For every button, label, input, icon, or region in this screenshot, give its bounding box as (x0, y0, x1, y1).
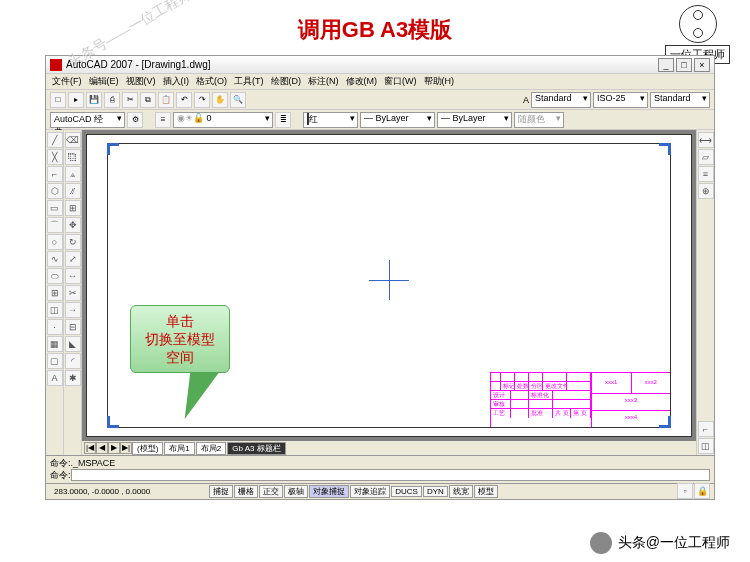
drawing-canvas[interactable]: 标记处数分区更改文件号 设计标准化 审核 工艺批准共 页第 页 xxx1xxx2… (86, 134, 692, 437)
line-icon[interactable]: ╱ (47, 132, 63, 148)
pan-icon[interactable]: ✋ (212, 92, 228, 108)
view-icon[interactable]: ◫ (698, 438, 714, 454)
menu-window[interactable]: 窗口(W) (382, 75, 419, 88)
menu-dimension[interactable]: 标注(N) (306, 75, 341, 88)
tab-last-icon[interactable]: ▶| (120, 442, 132, 454)
command-area: 命令: ._MSPACE 命令: (46, 455, 714, 483)
spline-icon[interactable]: ∿ (47, 251, 63, 267)
menu-draw[interactable]: 绘图(D) (269, 75, 304, 88)
layout2-tab[interactable]: 布局2 (196, 442, 226, 455)
copy-obj-icon[interactable]: ⿻ (65, 149, 81, 165)
mirror-icon[interactable]: ⟁ (65, 166, 81, 182)
tab-prev-icon[interactable]: ◀ (96, 442, 108, 454)
model-tab[interactable]: (模型) (132, 442, 163, 455)
dimstyle-dropdown[interactable]: ISO-25 (593, 92, 648, 108)
workspace-dropdown[interactable]: AutoCAD 经典 (50, 112, 125, 128)
explode-icon[interactable]: ✱ (65, 370, 81, 386)
status-tool-icon[interactable]: ▫ (677, 483, 693, 499)
sheet-tabs-bar: |◀ ◀ ▶ ▶| (模型) 布局1 布局2 Gb A3 标题栏 (82, 441, 696, 455)
text-icon[interactable]: A (47, 370, 63, 386)
new-icon[interactable]: □ (50, 92, 66, 108)
plotstyle-dropdown[interactable]: 随颜色 (514, 112, 564, 128)
menu-view[interactable]: 视图(V) (124, 75, 158, 88)
distance-icon[interactable]: ⟷ (698, 132, 714, 148)
xline-icon[interactable]: ╳ (47, 149, 63, 165)
menu-insert[interactable]: 插入(I) (161, 75, 192, 88)
region-icon[interactable]: ▢ (47, 353, 63, 369)
point-icon[interactable]: · (47, 319, 63, 335)
menu-modify[interactable]: 修改(M) (344, 75, 380, 88)
stretch-icon[interactable]: ↔ (65, 268, 81, 284)
redo-icon[interactable]: ↷ (194, 92, 210, 108)
layer-props-icon[interactable]: ≡ (155, 112, 171, 128)
ducs-toggle[interactable]: DUCS (391, 486, 422, 497)
array-icon[interactable]: ⊞ (65, 200, 81, 216)
dyn-toggle[interactable]: DYN (423, 486, 448, 497)
lwt-toggle[interactable]: 线宽 (449, 485, 473, 498)
hatch-icon[interactable]: ▦ (47, 336, 63, 352)
linetype-dropdown[interactable]: — ByLayer (360, 112, 435, 128)
close-button[interactable]: × (694, 58, 710, 72)
command-input[interactable] (71, 469, 710, 481)
extend-icon[interactable]: → (65, 302, 81, 318)
maximize-button[interactable]: □ (676, 58, 692, 72)
area-icon[interactable]: ▱ (698, 149, 714, 165)
polyline-icon[interactable]: ⌐ (47, 166, 63, 182)
tablestyle-dropdown[interactable]: Standard (650, 92, 710, 108)
copy-icon[interactable]: ⧉ (140, 92, 156, 108)
open-icon[interactable]: ▸ (68, 92, 84, 108)
color-dropdown[interactable]: 红 (303, 112, 358, 128)
menu-edit[interactable]: 编辑(E) (87, 75, 121, 88)
move-icon[interactable]: ✥ (65, 217, 81, 233)
cut-icon[interactable]: ✂ (122, 92, 138, 108)
trim-icon[interactable]: ✂ (65, 285, 81, 301)
chamfer-icon[interactable]: ◣ (65, 336, 81, 352)
ellipse-icon[interactable]: ⬭ (47, 268, 63, 284)
zoom-icon[interactable]: 🔍 (230, 92, 246, 108)
break-icon[interactable]: ⊟ (65, 319, 81, 335)
save-icon[interactable]: 💾 (86, 92, 102, 108)
polygon-icon[interactable]: ⬡ (47, 183, 63, 199)
layer-dropdown[interactable]: ◉☀🔓 0 (173, 112, 273, 128)
scale-icon[interactable]: ⤢ (65, 251, 81, 267)
list-icon[interactable]: ≡ (698, 166, 714, 182)
layer-state-icon[interactable]: ≣ (275, 112, 291, 128)
rectangle-icon[interactable]: ▭ (47, 200, 63, 216)
gb-a3-tab[interactable]: Gb A3 标题栏 (227, 442, 285, 455)
make-block-icon[interactable]: ◫ (47, 302, 63, 318)
layout1-tab[interactable]: 布局1 (164, 442, 194, 455)
fillet-icon[interactable]: ◜ (65, 353, 81, 369)
print-icon[interactable]: ⎙ (104, 92, 120, 108)
snap-toggle[interactable]: 捕捉 (209, 485, 233, 498)
otrack-toggle[interactable]: 对象追踪 (350, 485, 390, 498)
grid-toggle[interactable]: 栅格 (234, 485, 258, 498)
menu-help[interactable]: 帮助(H) (422, 75, 457, 88)
polar-toggle[interactable]: 极轴 (284, 485, 308, 498)
ucs-icon[interactable]: ⌐ (698, 421, 714, 437)
tab-next-icon[interactable]: ▶ (108, 442, 120, 454)
gear-icon[interactable]: ⚙ (127, 112, 143, 128)
menu-file[interactable]: 文件(F) (50, 75, 84, 88)
locate-icon[interactable]: ⊕ (698, 183, 714, 199)
paste-icon[interactable]: 📋 (158, 92, 174, 108)
lineweight-dropdown[interactable]: — ByLayer (437, 112, 512, 128)
title-bar[interactable]: AutoCAD 2007 - [Drawing1.dwg] _ □ × (46, 56, 714, 74)
ortho-toggle[interactable]: 正交 (259, 485, 283, 498)
menu-tools[interactable]: 工具(T) (232, 75, 266, 88)
textstyle-dropdown[interactable]: Standard (531, 92, 591, 108)
tab-first-icon[interactable]: |◀ (84, 442, 96, 454)
circle-icon[interactable]: ○ (47, 234, 63, 250)
model-toggle[interactable]: 模型 (474, 485, 498, 498)
insert-block-icon[interactable]: ⊞ (47, 285, 63, 301)
undo-icon[interactable]: ↶ (176, 92, 192, 108)
minimize-button[interactable]: _ (658, 58, 674, 72)
status-lock-icon[interactable]: 🔒 (694, 483, 710, 499)
rotate-icon[interactable]: ↻ (65, 234, 81, 250)
offset-icon[interactable]: ⫽ (65, 183, 81, 199)
arc-icon[interactable]: ⌒ (47, 217, 63, 233)
erase-icon[interactable]: ⌫ (65, 132, 81, 148)
osnap-toggle[interactable]: 对象捕捉 (309, 485, 349, 498)
canvas-container: 标记处数分区更改文件号 设计标准化 审核 工艺批准共 页第 页 xxx1xxx2… (82, 130, 696, 455)
menu-format[interactable]: 格式(O) (194, 75, 229, 88)
logo-circle-icon (679, 5, 717, 43)
